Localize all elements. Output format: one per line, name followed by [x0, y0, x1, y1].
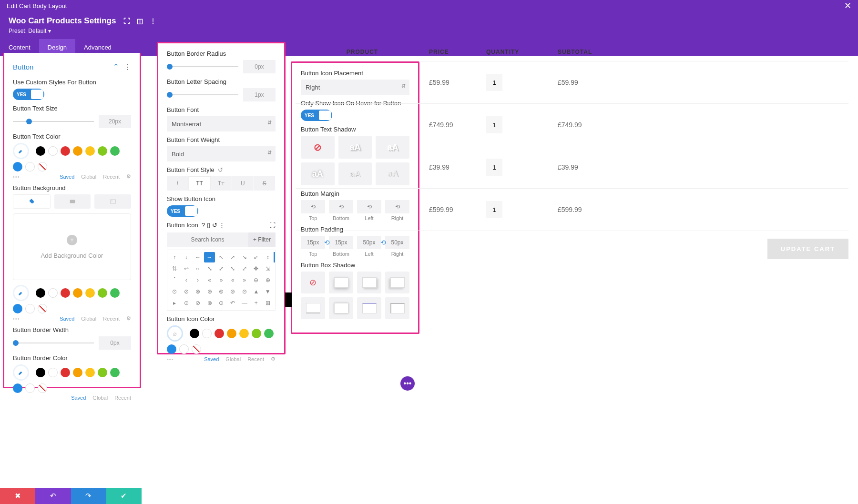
label-border-radius: Button Border Radius: [167, 50, 276, 56]
col-price: PRICE: [429, 49, 486, 55]
preview-area: PRODUCT PRICE QUANTITY SUBTOTAL £59.99£5…: [296, 43, 848, 56]
close-icon[interactable]: ✕: [844, 0, 851, 11]
window-title: Edit Cart Body Layout: [7, 2, 67, 10]
module-title: Woo Cart Products Settings: [9, 16, 116, 26]
design-panel-button-1: Button ⌃⋮ Use Custom Styles For Button Y…: [3, 53, 141, 56]
col-subtotal: SUBTOTAL: [558, 49, 848, 55]
col-product: PRODUCT: [296, 49, 429, 55]
window-titlebar: Edit Cart Body Layout ✕: [0, 0, 858, 11]
col-qty: QUANTITY: [486, 49, 558, 55]
expand-icon[interactable]: ⛶: [123, 17, 130, 25]
preset-selector[interactable]: Preset: Default ▾: [9, 28, 849, 34]
more-icon[interactable]: ⋮: [150, 17, 156, 25]
module-header: Woo Cart Products Settings ⛶ ◫ ⋮ Preset:…: [0, 11, 858, 39]
design-panel-button-2: Button Border Radius Button Letter Spaci…: [157, 42, 286, 56]
columns-icon[interactable]: ◫: [137, 17, 143, 25]
